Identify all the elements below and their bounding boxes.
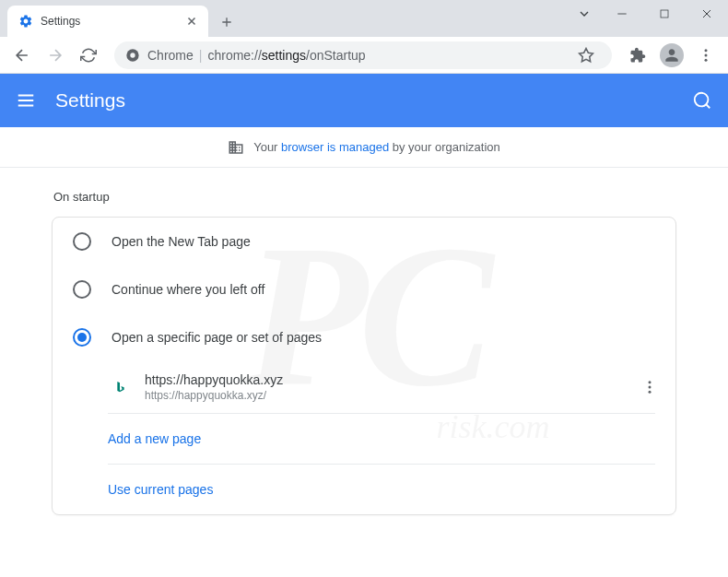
window-controls	[568, 0, 728, 37]
svg-point-5	[705, 53, 708, 56]
settings-header: Settings	[0, 74, 728, 127]
managed-banner: Your browser is managed by your organiza…	[0, 127, 728, 168]
add-page-button[interactable]: Add a new page	[108, 431, 201, 446]
managed-link[interactable]: browser is managed	[281, 140, 389, 154]
radio-icon	[73, 232, 91, 251]
url-text: Chrome | chrome://settings/onStartup	[147, 48, 366, 63]
managed-text: Your browser is managed by your organiza…	[253, 140, 500, 154]
more-icon[interactable]	[635, 372, 664, 402]
address-bar[interactable]: Chrome | chrome://settings/onStartup	[114, 41, 612, 69]
star-icon[interactable]	[571, 41, 601, 70]
chrome-icon	[125, 48, 140, 63]
content-area: On startup Open the New Tab page Continu…	[0, 168, 728, 537]
close-window-button[interactable]	[686, 0, 728, 28]
use-current-row: Use current pages	[108, 465, 675, 514]
radio-specific[interactable]: Open a specific page or set of pages	[53, 313, 675, 361]
page-info: https://happyquokka.xyz https://happyquo…	[145, 372, 620, 402]
maximize-button[interactable]	[643, 0, 686, 28]
browser-toolbar: Chrome | chrome://settings/onStartup	[0, 37, 728, 74]
hamburger-icon[interactable]	[15, 89, 37, 112]
svg-point-9	[649, 386, 652, 389]
extensions-icon[interactable]	[623, 41, 652, 70]
radio-continue[interactable]: Continue where you left off	[53, 265, 675, 313]
toolbar-actions	[623, 41, 721, 70]
radio-icon	[73, 328, 91, 347]
reload-button[interactable]	[74, 41, 103, 70]
close-icon[interactable]	[184, 14, 199, 29]
svg-point-7	[695, 93, 709, 107]
browser-tab[interactable]: Settings	[7, 6, 208, 37]
menu-icon[interactable]	[691, 41, 721, 70]
bing-icon	[113, 379, 130, 395]
chevron-down-icon[interactable]	[568, 0, 601, 28]
svg-point-10	[649, 391, 652, 394]
search-icon[interactable]	[691, 89, 713, 112]
startup-card: Open the New Tab page Continue where you…	[52, 217, 676, 515]
page-entry-title: https://happyquokka.xyz	[145, 372, 620, 387]
building-icon	[228, 139, 244, 156]
use-current-button[interactable]: Use current pages	[108, 482, 213, 497]
svg-marker-3	[580, 48, 593, 61]
radio-label: Continue where you left off	[112, 282, 264, 297]
tab-title: Settings	[41, 15, 177, 28]
svg-point-6	[705, 58, 708, 61]
back-button[interactable]	[7, 41, 37, 70]
window-titlebar: Settings	[0, 0, 728, 37]
radio-new-tab[interactable]: Open the New Tab page	[53, 218, 675, 265]
svg-point-8	[649, 381, 652, 383]
page-title: Settings	[55, 89, 125, 112]
minimize-button[interactable]	[601, 0, 643, 28]
startup-page-entry: https://happyquokka.xyz https://happyquo…	[108, 361, 664, 413]
radio-label: Open the New Tab page	[112, 234, 251, 249]
svg-point-2	[130, 53, 135, 57]
page-entry-url: https://happyquokka.xyz/	[145, 389, 620, 402]
gear-icon	[18, 14, 33, 29]
section-title: On startup	[52, 190, 676, 204]
forward-button[interactable]	[41, 41, 70, 70]
radio-label: Open a specific page or set of pages	[112, 330, 322, 345]
radio-icon	[73, 280, 91, 299]
profile-avatar[interactable]	[660, 43, 684, 67]
svg-point-4	[705, 49, 708, 52]
new-tab-button[interactable]	[214, 9, 240, 35]
add-page-row: Add a new page	[108, 414, 675, 464]
svg-rect-0	[661, 10, 668, 18]
